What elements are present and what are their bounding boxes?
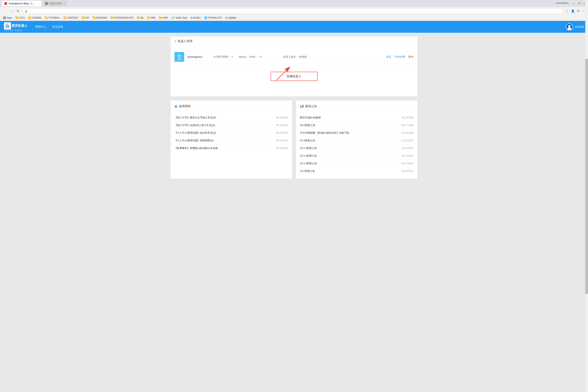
browser-chrome: Yooongchun's Blog - CS... × 机器人管理 × yooo… [0,0,588,21]
extensions-icon[interactable]: ⚙ [576,8,580,13]
folder-icon-3 [45,17,48,19]
bookmark-nvip-label: NVIP [162,16,168,19]
bookmark-apps[interactable]: Apps [2,16,14,20]
robot-apikey: apikey： bfa61... ⧉ [239,55,262,58]
svg-rect-2 [8,25,8,26]
delete-link[interactable]: 删除 [408,55,414,58]
help-panel-title: 使用帮助 [179,104,191,108]
svg-rect-16 [176,58,177,60]
scrollbar-thumb[interactable] [585,59,588,294]
svg-rect-3 [7,26,8,27]
profile-icon[interactable]: 👤 [570,8,575,13]
list-item[interactable]: 图灵完成B+轮融资 06-29-2018 [300,114,414,122]
bookmark-coding[interactable]: CODING [27,16,43,20]
news-date: 09-28-2017 [276,132,288,134]
red-arrow-svg [274,67,290,82]
reload-button[interactable]: ↻ [15,8,20,14]
bookmark-sjtu[interactable]: SJTU [14,16,26,20]
minimize-button[interactable]: — [572,2,576,6]
bookmark-win[interactable]: WIN [146,16,157,20]
scrollbar[interactable] [585,0,588,392]
robot-management-panel: ≡ 机器人管理 [170,37,418,97]
link-icon-jiaofu: 🔗 [172,16,175,19]
bookmark-translate[interactable]: 🌐 TRANSLATE [203,16,224,20]
bookmark-reading-label: READING [96,16,107,19]
bookmark-translate-label: TRANSLATE [208,16,222,19]
news-title: 【收费服务】免费版vs标准版vs专业版 [174,146,273,150]
bookmark-postgraduate[interactable]: POSTGRADUATE [109,16,135,20]
folder-icon-5 [82,17,85,19]
list-item[interactable]: 平台功能调整-【快速生成知识库】功能下线 01-29-2018 [300,129,414,137]
forward-button[interactable]: → [8,8,14,14]
list-item[interactable]: 【收费服务】免费版vs标准版vs专业版 09-28-2017 [174,144,288,152]
user-avatar [566,23,573,30]
panel-title: 机器人管理 [178,40,192,43]
today-chat-value: 0 [232,55,233,58]
news-date: 09-28-2017 [276,139,288,142]
star-icon[interactable]: ☆ [565,8,570,13]
bookmark-contest[interactable]: CONTEST [62,16,80,20]
announcement-panel-title: 图灵公告 [305,104,317,108]
bookmark-ml[interactable]: ML [136,16,146,20]
bookmark-reading[interactable]: READING [91,16,109,20]
list-item[interactable]: V6.0更新公告 02-27-2018 [300,122,414,129]
list-item[interactable]: V5.4更新公告 11-22-2017 [300,137,414,144]
copy-apikey-button[interactable]: ⧉ [260,55,262,58]
tab-close-button[interactable]: × [38,2,39,5]
list-item[interactable]: v5.3.2更新公告 10-26-2017 [300,144,414,152]
svg-point-5 [7,23,8,24]
nav-feedback[interactable]: 意见反馈 [52,25,63,28]
robot-version: 机器人版本： 体验版 [283,55,307,58]
svg-rect-1 [6,25,7,26]
bookmark-tutorial[interactable]: TUTORIAL [43,16,62,20]
news-title: v5.3.1更新公告 [300,154,398,158]
url-input[interactable]: www.tuling123.com/member/robot/index.jht… [29,10,561,12]
news-date: 09-28-2017 [402,170,414,172]
panel-body: yooongchun 今日聊天数量： 0 apikey： bfa61... ⧉ … [170,46,418,97]
news-title: 图灵完成B+轮融资 [300,116,398,119]
upgrade-link[interactable]: 升级/续费 [394,55,405,58]
list-item[interactable]: v5.2更新公告 09-28-2017 [300,168,414,175]
news-date: 01-29-2018 [402,132,414,134]
bookmark-qqmail-label: QQMail [228,16,236,19]
user-id: 149348 [575,25,584,28]
bookmark-baidu[interactable]: B BAIDU [189,16,202,20]
news-title: 【个人中心通用问题】知识库常见QA [174,131,273,135]
panel-header: ≡ 机器人管理 [170,37,418,46]
tab-close-button-2[interactable]: × [64,2,65,5]
list-item[interactable]: 【个人中心通用问题】调用权限QA 09-28-2017 [174,137,288,144]
bookmark-nvip[interactable]: NVIP [158,16,170,20]
announcement-icon: 📢 [300,104,304,108]
mail-icon: ✉ [225,16,227,19]
list-item[interactable]: v5.3.0更新公告 10-17-2017 [300,160,414,168]
announcement-list: 图灵完成B+轮融资 06-29-2018 V6.0更新公告 02-27-2018… [300,114,414,175]
bookmark-diy[interactable]: DIY [80,16,91,20]
list-item[interactable]: v5.3.1更新公告 10-19-2017 [300,152,414,160]
bookmark-jiaofu[interactable]: 🔗 Jiaofu Tech [170,16,189,20]
list-item[interactable]: 【个人中心通用问题】知识库常见QA 09-28-2017 [174,129,288,137]
list-item[interactable]: 【接入引导】微信公众号接入常见QA 09-28-2017 [174,114,288,122]
news-title: v5.3.2更新公告 [300,146,398,150]
bookmark-qqmail[interactable]: ✉ QQMail [224,16,238,20]
folder-icon-2 [28,17,31,19]
list-item[interactable]: 【接入引导】QQ机器人接入常见QA 09-28-2017 [174,122,288,129]
create-area: 创建机器人 [174,64,414,93]
address-bar[interactable]: 🔒 www.tuling123.com/member/robot/index.j… [22,8,563,14]
back-button[interactable]: ← [2,8,7,14]
robot-svg-icon [4,23,10,29]
logo-icon [4,22,11,30]
nav-help[interactable]: 帮助中心 [35,25,46,28]
settings-link[interactable]: 设置 [386,55,391,58]
tab-label-2: 机器人管理 [50,2,61,5]
svg-point-10 [178,54,181,58]
active-tab[interactable]: Yooongchun's Blog - CS... × [2,1,41,6]
arrow-annotation [274,67,290,83]
news-title: 【接入引导】微信公众号接入常见QA [174,116,273,119]
avatar-svg [566,24,572,30]
panel-header-icon: ≡ [174,40,176,43]
inactive-tab[interactable]: 机器人管理 × [43,1,67,6]
maximize-button[interactable]: ❐ [577,2,581,6]
announcement-panel: 📢 图灵公告 图灵完成B+轮融资 06-29-2018 V6.0更新公告 02-… [296,100,418,179]
help-panel-icon: ▣ [174,104,178,108]
robot-name: yooongchun [188,55,207,58]
